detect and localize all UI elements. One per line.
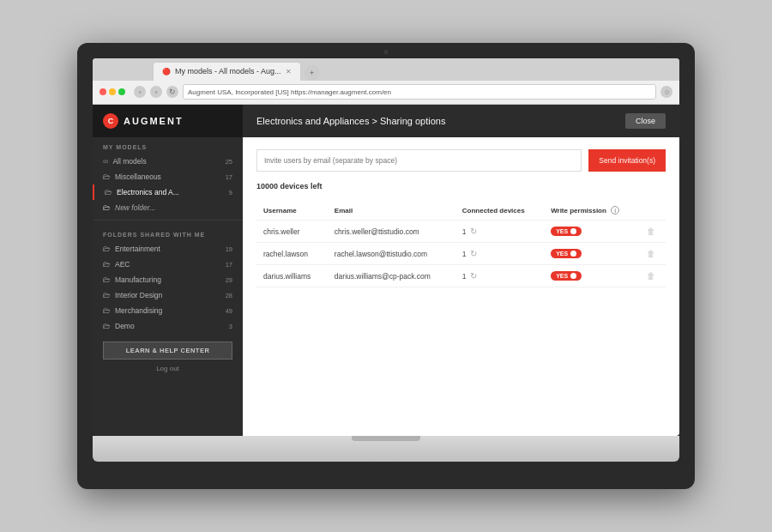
laptop-screen: 🔴 My models - All models - Aug... ✕ + ‹ … bbox=[93, 58, 679, 436]
sidebar-item-demo[interactable]: 🗁 Demo 3 bbox=[93, 318, 243, 334]
sharing-table: Username Email Connected devices Write p… bbox=[256, 201, 666, 287]
row1-email: chris.weller@ttistudio.com bbox=[328, 221, 455, 243]
laptop-notch bbox=[352, 436, 420, 441]
sidebar-item-merchandising[interactable]: 🗁 Merchandising 49 bbox=[93, 303, 243, 318]
interior-design-count: 28 bbox=[226, 292, 232, 299]
row2-devices: 1 ↻ bbox=[455, 243, 544, 265]
row1-delete[interactable]: 🗑 bbox=[640, 221, 666, 243]
col-devices: Connected devices bbox=[455, 201, 544, 221]
write-permission-info-icon[interactable]: i bbox=[611, 206, 619, 215]
row3-delete[interactable]: 🗑 bbox=[640, 265, 666, 287]
sidebar-item-entertainment[interactable]: 🗁 Entertainment 19 bbox=[93, 241, 243, 257]
row3-refresh-icon[interactable]: ↻ bbox=[470, 271, 477, 281]
interior-design-icon: 🗁 bbox=[103, 291, 111, 299]
close-traffic-light[interactable] bbox=[100, 88, 106, 95]
aec-label: AEC bbox=[115, 260, 130, 269]
entertainment-label: Entertainment bbox=[115, 245, 160, 253]
sidebar-divider bbox=[93, 220, 243, 221]
maximize-traffic-light[interactable] bbox=[118, 88, 125, 95]
bookmark-button[interactable]: ☆ bbox=[660, 86, 672, 98]
new-folder-icon: 🗁 bbox=[103, 203, 111, 212]
laptop-base bbox=[93, 436, 679, 462]
sidebar-logo: C AUGMENT bbox=[93, 105, 243, 137]
aec-icon: 🗁 bbox=[103, 260, 111, 269]
sidebar-item-manufacturing[interactable]: 🗁 Manufacturing 29 bbox=[93, 272, 243, 287]
row1-devices: 1 ↻ bbox=[455, 221, 544, 243]
sidebar-item-aec[interactable]: 🗁 AEC 17 bbox=[93, 257, 243, 272]
interior-design-label: Interior Design bbox=[115, 291, 162, 299]
toggle-circle bbox=[570, 228, 576, 234]
send-invitation-button[interactable]: Send invitation(s) bbox=[588, 149, 666, 172]
new-tab-button[interactable]: + bbox=[305, 65, 320, 81]
miscellaneous-label: Miscellaneous bbox=[115, 172, 161, 181]
back-button[interactable]: ‹ bbox=[134, 86, 146, 98]
table-row: darius.williams darius.williams@cp-pack.… bbox=[256, 265, 666, 287]
sidebar-item-miscellaneous[interactable]: 🗁 Miscellaneous 17 bbox=[93, 169, 243, 184]
entertainment-count: 19 bbox=[226, 245, 232, 253]
tab-close-icon[interactable]: ✕ bbox=[286, 68, 292, 76]
main-body: Send invitation(s) 10000 devices left Us… bbox=[243, 137, 679, 436]
col-write: Write permission i bbox=[544, 201, 640, 221]
shared-folders-label: FOLDERS SHARED WITH ME bbox=[93, 225, 243, 241]
row1-write: YES bbox=[544, 221, 640, 243]
devices-left: 10000 devices left bbox=[256, 182, 666, 190]
manufacturing-label: Manufacturing bbox=[115, 275, 161, 284]
augment-logo-icon: C bbox=[103, 113, 118, 129]
row3-username: darius.williams bbox=[256, 265, 328, 287]
learn-help-button[interactable]: LEARN & HELP CENTER bbox=[103, 342, 232, 360]
manufacturing-count: 29 bbox=[226, 276, 232, 284]
row2-delete[interactable]: 🗑 bbox=[640, 243, 666, 265]
row3-devices: 1 ↻ bbox=[455, 265, 544, 287]
demo-label: Demo bbox=[115, 322, 135, 330]
all-models-count: 25 bbox=[226, 158, 232, 166]
address-bar[interactable]: Augment USA, Incorporated [US] https://m… bbox=[183, 84, 656, 100]
browser-tab[interactable]: 🔴 My models - All models - Aug... ✕ bbox=[153, 62, 301, 81]
toggle-circle bbox=[570, 251, 576, 257]
breadcrumb-title: Electronics and Appliances > Sharing opt… bbox=[256, 116, 445, 126]
invite-row: Send invitation(s) bbox=[256, 149, 666, 172]
browser-toolbar: ‹ › ↻ Augment USA, Incorporated [US] htt… bbox=[93, 81, 679, 104]
refresh-button[interactable]: ↻ bbox=[166, 86, 178, 98]
merchandising-count: 49 bbox=[226, 307, 232, 315]
row1-refresh-icon[interactable]: ↻ bbox=[470, 227, 477, 236]
row1-delete-icon[interactable]: 🗑 bbox=[647, 227, 655, 236]
sidebar-item-all-models[interactable]: ∞ All models 25 bbox=[93, 154, 243, 169]
row3-write: YES bbox=[544, 265, 640, 287]
row2-delete-icon[interactable]: 🗑 bbox=[647, 249, 655, 258]
forward-button[interactable]: › bbox=[150, 86, 162, 98]
traffic-lights bbox=[100, 88, 125, 95]
col-actions-header bbox=[640, 201, 666, 221]
row1-toggle[interactable]: YES bbox=[551, 227, 582, 236]
sidebar-item-new-folder[interactable]: 🗁 New folder... bbox=[93, 200, 243, 215]
browser-tabs: 🔴 My models - All models - Aug... ✕ + bbox=[93, 58, 679, 81]
row1-username: chris.weller bbox=[256, 221, 328, 243]
col-username: Username bbox=[256, 201, 328, 221]
sidebar-item-electronics[interactable]: 🗁 Electronics and A... 9 bbox=[93, 184, 243, 200]
row2-write: YES bbox=[544, 243, 640, 265]
browser-content: C AUGMENT MY MODELS ∞ All models 25 🗁 Mi… bbox=[93, 105, 679, 436]
row2-refresh-icon[interactable]: ↻ bbox=[470, 249, 477, 258]
demo-count: 3 bbox=[229, 323, 232, 330]
row2-email: rachel.lawson@ttistudio.com bbox=[328, 243, 455, 265]
electronics-icon: 🗁 bbox=[105, 188, 112, 196]
all-models-label: All models bbox=[112, 157, 146, 166]
miscellaneous-count: 17 bbox=[226, 173, 232, 181]
camera-dot bbox=[384, 50, 389, 54]
minimize-traffic-light[interactable] bbox=[109, 88, 116, 95]
logout-link[interactable]: Log out bbox=[103, 365, 232, 372]
close-button[interactable]: Close bbox=[625, 113, 666, 129]
tab-label: My models - All models - Aug... bbox=[175, 67, 281, 76]
demo-icon: 🗁 bbox=[103, 322, 111, 330]
sidebar: C AUGMENT MY MODELS ∞ All models 25 🗁 Mi… bbox=[93, 105, 243, 436]
row3-delete-icon[interactable]: 🗑 bbox=[647, 271, 655, 281]
main-header: Electronics and Appliances > Sharing opt… bbox=[243, 105, 679, 137]
row2-toggle[interactable]: YES bbox=[551, 249, 582, 258]
merchandising-label: Merchandising bbox=[115, 306, 162, 315]
all-models-icon: ∞ bbox=[103, 157, 108, 166]
sidebar-item-interior-design[interactable]: 🗁 Interior Design 28 bbox=[93, 287, 243, 303]
aec-count: 17 bbox=[226, 261, 232, 269]
sidebar-bottom: LEARN & HELP CENTER Log out bbox=[93, 334, 243, 379]
invite-email-input[interactable] bbox=[256, 149, 582, 172]
electronics-label: Electronics and A... bbox=[117, 188, 179, 196]
row3-toggle[interactable]: YES bbox=[551, 271, 582, 281]
